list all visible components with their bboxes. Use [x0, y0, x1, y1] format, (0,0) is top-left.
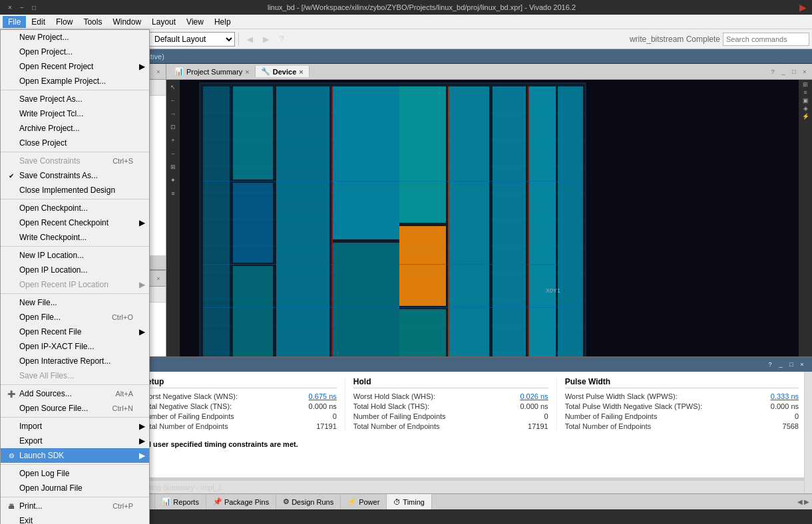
- menu-write-tcl[interactable]: Write Project Tcl...: [1, 106, 149, 121]
- menu-archive-project[interactable]: Archive Project...: [1, 121, 149, 136]
- toolbar-nav-fwd-btn[interactable]: ▶: [258, 32, 273, 47]
- tab-timing[interactable]: ⏱ Timing: [387, 494, 432, 509]
- menu-new-ip-location[interactable]: New IP Location...: [1, 248, 149, 263]
- pw-fail-ep-value: 0: [795, 412, 799, 420]
- menu-export[interactable]: Export▶: [1, 434, 149, 448]
- menu-file[interactable]: File: [3, 16, 26, 28]
- maximize-button[interactable]: □: [29, 3, 39, 12]
- menu-open-recent-project[interactable]: Open Recent Project▶: [1, 59, 149, 74]
- tab-package-pins[interactable]: 📌 Package Pins: [206, 494, 276, 509]
- menu-write-checkpoint[interactable]: Write Checkpoint...: [1, 230, 149, 245]
- setup-wns-value[interactable]: 0.675 ns: [309, 392, 337, 400]
- open-log-icon: [6, 468, 17, 479]
- tab-device[interactable]: 🔧 Device ×: [256, 66, 309, 77]
- menu-open-interactive-report[interactable]: Open Interactive Report...: [1, 354, 149, 368]
- bottom-tab-prev-icon[interactable]: ◀: [797, 498, 803, 505]
- device-zoom-in-icon[interactable]: →: [167, 108, 179, 120]
- impl-design-close-btn[interactable]: ×: [797, 52, 807, 61]
- menu-open-example[interactable]: Open Example Project...: [1, 74, 149, 88]
- search-input[interactable]: [723, 33, 809, 46]
- device-help-btn[interactable]: ?: [768, 67, 777, 76]
- menu-new-file[interactable]: New File...: [1, 295, 149, 310]
- menu-add-sources[interactable]: ➕Add Sources...Alt+A: [1, 386, 149, 401]
- device-zoom-out-icon[interactable]: −: [167, 148, 179, 160]
- menu-open-recent-checkpoint[interactable]: Open Recent Checkpoint▶: [1, 215, 149, 230]
- impl-design-float-btn[interactable]: □: [787, 52, 796, 61]
- netlist-close-btn[interactable]: ×: [154, 67, 163, 76]
- menu-open-recent-file[interactable]: Open Recent File▶: [1, 325, 149, 339]
- device-pan-icon[interactable]: ←: [167, 94, 179, 106]
- menu-new-project[interactable]: New Project...: [1, 30, 149, 45]
- menu-exit[interactable]: Exit: [1, 513, 149, 524]
- svg-rect-15: [331, 86, 333, 356]
- menu-tools[interactable]: Tools: [78, 16, 107, 28]
- menu-edit[interactable]: Edit: [26, 16, 51, 28]
- menu-open-checkpoint[interactable]: Open Checkpoint...: [1, 201, 149, 215]
- menu-save-constraints-as[interactable]: ✔Save Constraints As...: [1, 168, 149, 183]
- tab-power[interactable]: ⚡ Power: [341, 494, 387, 509]
- device-zoom-fit-icon[interactable]: ⊡: [167, 121, 179, 133]
- device-right-tool-4-icon[interactable]: ◈: [803, 105, 808, 112]
- device-schematic-icon[interactable]: ≡: [167, 188, 179, 199]
- timing-scrollbar[interactable]: [804, 372, 812, 493]
- setup-col-title: Setup: [142, 377, 337, 388]
- toolbar-help-btn[interactable]: ?: [274, 32, 289, 47]
- device-close-btn[interactable]: ×: [299, 68, 303, 76]
- menu-open-file[interactable]: Open File...Ctrl+O: [1, 310, 149, 325]
- setup-tns-row: Total Negative Slack (TNS): 0.000 ns: [142, 402, 337, 410]
- impl-design-min-btn[interactable]: _: [776, 52, 785, 61]
- device-highlight-icon[interactable]: ✦: [167, 174, 179, 186]
- vivado-logo-icon: ▶: [799, 2, 807, 13]
- project-summary-close-btn[interactable]: ×: [245, 68, 249, 76]
- close-button[interactable]: ×: [5, 3, 15, 12]
- pw-wpws-value[interactable]: 0.333 ns: [771, 392, 799, 400]
- tab-project-summary[interactable]: 📊 Project Summary ×: [169, 66, 256, 77]
- props-close-btn[interactable]: ×: [154, 274, 163, 283]
- bottom-float-btn[interactable]: □: [787, 360, 796, 369]
- device-right-tool-3-icon[interactable]: ▣: [803, 97, 809, 104]
- device-canvas[interactable]: X0Y1 X1Y0 X0Y0: [180, 80, 799, 356]
- tab-reports[interactable]: 📊 Reports: [155, 494, 206, 509]
- menu-view[interactable]: View: [181, 16, 209, 28]
- menu-close-implemented[interactable]: Close Implemented Design: [1, 183, 149, 197]
- device-right-tool-1-icon[interactable]: ⊞: [803, 81, 808, 88]
- menu-open-log[interactable]: Open Log File: [1, 466, 149, 481]
- device-right-tool-2-icon[interactable]: ≡: [803, 89, 807, 96]
- device-min-btn[interactable]: _: [779, 67, 788, 76]
- bottom-tab-next-icon[interactable]: ▶: [804, 498, 809, 505]
- hold-whs-value[interactable]: 0.026 ns: [520, 392, 548, 400]
- design-runs-icon: ⚙: [283, 497, 290, 506]
- menu-launch-sdk[interactable]: ⚙Launch SDK▶: [1, 448, 149, 463]
- menu-open-ip-xact[interactable]: Open IP-XACT File...: [1, 339, 149, 354]
- tab-design-runs[interactable]: ⚙ Design Runs: [276, 494, 341, 509]
- bottom-min-btn[interactable]: _: [776, 360, 785, 369]
- bottom-close-btn[interactable]: ×: [797, 360, 807, 369]
- menu-help[interactable]: Help: [209, 16, 236, 28]
- device-zoom-sel-icon[interactable]: +: [167, 134, 179, 146]
- menu-flow[interactable]: Flow: [51, 16, 78, 28]
- menu-open-ip-location[interactable]: Open IP Location...: [1, 263, 149, 277]
- device-float-btn[interactable]: □: [789, 67, 799, 76]
- menu-print[interactable]: 🖶Print...Ctrl+P: [1, 499, 149, 513]
- menu-layout[interactable]: Layout: [146, 16, 181, 28]
- device-close-btn[interactable]: ×: [800, 67, 809, 76]
- device-route-icon[interactable]: ⊞: [167, 161, 179, 173]
- device-select-icon[interactable]: ↖: [167, 81, 179, 93]
- menu-import[interactable]: Import▶: [1, 419, 149, 434]
- bottom-help-btn[interactable]: ?: [765, 360, 775, 369]
- menu-save-project-as[interactable]: Save Project As...: [1, 92, 149, 106]
- menu-open-source-file[interactable]: Open Source File...Ctrl+N: [1, 401, 149, 416]
- toolbar-nav-back-btn[interactable]: ◀: [242, 32, 257, 47]
- menu-close-project[interactable]: Close Project: [1, 136, 149, 150]
- menu-open-project[interactable]: Open Project...: [1, 45, 149, 59]
- window-controls[interactable]: × − □: [5, 3, 39, 12]
- sep-4: [1, 246, 149, 247]
- menu-window[interactable]: Window: [107, 16, 146, 28]
- impl-design-help-btn[interactable]: ?: [765, 52, 775, 61]
- open-ip-icon: [6, 265, 17, 275]
- minimize-button[interactable]: −: [17, 3, 27, 12]
- device-right-tool-5-icon[interactable]: ⚡: [802, 113, 809, 120]
- import-icon: [6, 421, 17, 432]
- layout-select[interactable]: Default Layout: [148, 32, 235, 47]
- menu-open-journal[interactable]: Open Journal File: [1, 481, 149, 495]
